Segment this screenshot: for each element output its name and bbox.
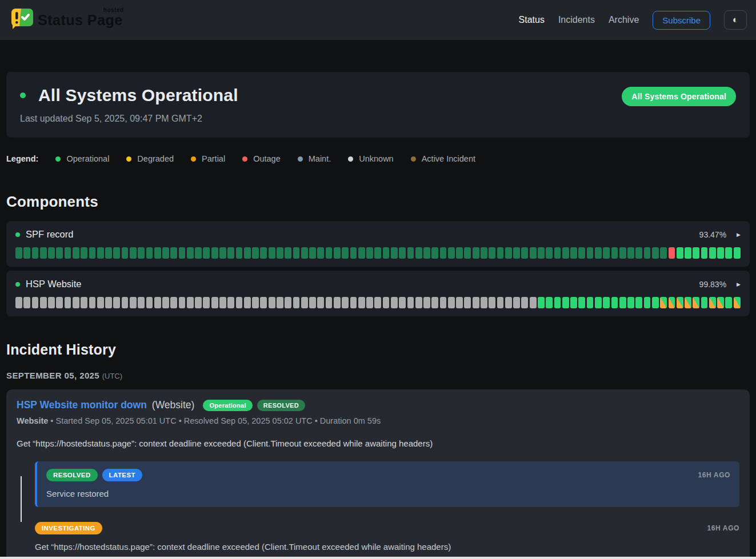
uptime-bar-up-muted: [619, 247, 626, 259]
uptime-bar-nodata: [350, 297, 357, 308]
uptime-bar-up-muted: [40, 247, 47, 259]
uptime-bar-up: [725, 247, 732, 259]
badge-latest: LATEST: [102, 469, 142, 481]
uptime-bar-nodata: [309, 297, 316, 308]
uptime-bar-up-muted: [391, 247, 398, 259]
uptime-bar-up-muted: [578, 247, 585, 259]
uptime-bar-partial: [717, 297, 724, 308]
header-nav: StatusIncidentsArchive Subscribe ◐: [519, 10, 747, 30]
legend-item-unknown: Unknown: [348, 154, 393, 163]
theme-toggle-button[interactable]: ◐: [724, 10, 747, 30]
nav-link-incidents[interactable]: Incidents: [558, 15, 595, 25]
uptime-bar-nodata: [431, 297, 438, 308]
incident-description: Get “https://hostedstatus.page”: context…: [17, 439, 739, 448]
timeline-dot-column: [17, 522, 26, 552]
uptime-bar-nodata: [219, 297, 226, 308]
uptime-bar-nodata: [97, 297, 104, 308]
legend-label: Legend:: [6, 154, 38, 163]
status-page-logo-icon: [9, 6, 33, 34]
uptime-bar-up: [701, 247, 708, 259]
uptime-bar-nodata: [269, 297, 275, 308]
uptime-bar-up-muted: [546, 247, 553, 259]
uptime-bar-up-muted: [635, 247, 642, 259]
uptime-bar-up-muted: [162, 247, 169, 259]
nav-link-status[interactable]: Status: [519, 15, 545, 25]
uptime-bar-up-muted: [627, 247, 634, 259]
uptime-bar-partial: [709, 297, 716, 308]
uptime-bar-partial: [734, 297, 741, 308]
uptime-bar-nodata: [48, 297, 55, 308]
uptime-bar-up-muted: [195, 247, 202, 259]
uptime-bar-up-muted: [489, 247, 495, 259]
legend-dot-icon: [242, 156, 247, 162]
uptime-bar-nodata: [407, 297, 414, 308]
incident-title-link[interactable]: HSP Website monitor down: [17, 399, 147, 411]
uptime-bar-partial: [669, 297, 675, 308]
timeline-entry-time: 16H AGO: [698, 471, 730, 479]
uptime-bar-up-muted: [456, 247, 463, 259]
uptime-bar-up: [587, 297, 594, 308]
badge-resolved: RESOLVED: [257, 400, 305, 411]
uptime-bar-nodata: [521, 297, 528, 308]
header: Status Page hosted StatusIncidentsArchiv…: [0, 0, 756, 40]
uptime-bar-up: [570, 297, 577, 308]
timeline-entry-message: Service restored: [46, 489, 730, 498]
component-uptime-percent: 93.47%: [699, 230, 726, 239]
timeline-entry-content: INVESTIGATING16H AGOGet “https://hosteds…: [35, 522, 739, 552]
uptime-bar-up-muted: [383, 247, 390, 259]
uptime-bar-nodata: [277, 297, 283, 308]
uptime-bar-up-muted: [211, 247, 218, 259]
badge-operational: Operational: [203, 400, 252, 411]
timeline-entry-content: RESOLVEDLATEST16H AGOService restored: [35, 461, 739, 507]
uptime-bar-up-muted: [464, 247, 471, 259]
uptime-bar-up-muted: [562, 247, 569, 259]
components-heading: Components: [6, 193, 750, 211]
uptime-bar-nodata: [32, 297, 39, 308]
incident-date-heading: SEPTEMBER 05, 2025 (UTC): [6, 371, 750, 380]
uptime-bar-partial: [685, 297, 691, 308]
timeline-entry-message: Get “https://hostedstatus.page”: context…: [35, 542, 739, 552]
expand-caret-icon[interactable]: ▶: [737, 281, 741, 287]
uptime-bar-up: [595, 297, 602, 308]
uptime-bar-up: [677, 247, 683, 259]
last-updated-text: Last updated Sep 5, 2025, 09:47 PM GMT+2: [20, 114, 736, 124]
timeline-entry-header: INVESTIGATING16H AGO: [35, 522, 739, 534]
uptime-bar-up-muted: [65, 247, 71, 259]
uptime-bar-up-muted: [587, 247, 594, 259]
timeline-entry: RESOLVEDLATEST16H AGOService restored: [17, 461, 739, 507]
subscribe-button[interactable]: Subscribe: [653, 11, 710, 30]
incident-date-timezone: (UTC): [102, 372, 122, 380]
incident-timeline: RESOLVEDLATEST16H AGOService restoredINV…: [17, 461, 739, 552]
incident-meta-times: • Started Sep 05, 2025 05:01 UTC • Resol…: [48, 416, 381, 425]
uptime-bar-nodata: [391, 297, 398, 308]
uptime-bar-up: [693, 247, 699, 259]
component-name: HSP Website: [26, 279, 82, 289]
uptime-bar-up: [554, 297, 561, 308]
nav-link-archive[interactable]: Archive: [609, 15, 639, 25]
uptime-bar-nodata: [423, 297, 430, 308]
uptime-bar-nodata: [252, 297, 259, 308]
uptime-bar-up: [635, 297, 642, 308]
uptime-bar-up-muted: [122, 247, 129, 259]
uptime-bar-nodata: [464, 297, 471, 308]
uptime-bar-nodata: [244, 297, 251, 308]
uptime-bar-nodata: [81, 297, 87, 308]
component-status-dot: [15, 232, 20, 237]
uptime-bar-nodata: [415, 297, 422, 308]
overall-status-badge: All Systems Operational: [622, 87, 736, 106]
uptime-bar-up-muted: [595, 247, 602, 259]
uptime-bar-nodata: [227, 297, 234, 308]
brand-logo[interactable]: Status Page hosted: [9, 6, 124, 34]
legend-item-label: Outage: [253, 154, 281, 163]
legend-item-label: Active Incident: [422, 154, 475, 163]
uptime-bar-nodata: [65, 297, 71, 308]
badge-resolved: RESOLVED: [46, 469, 98, 481]
legend-item-maint-: Maint.: [298, 154, 331, 163]
uptime-bar-nodata: [211, 297, 218, 308]
component-header-right: 99.83%▶: [699, 280, 741, 289]
uptime-bar-up: [717, 247, 724, 259]
page-bottom-strip: [0, 557, 756, 559]
uptime-bar-up-muted: [187, 247, 194, 259]
uptime-bar-nodata: [138, 297, 145, 308]
expand-caret-icon[interactable]: ▶: [737, 232, 741, 238]
